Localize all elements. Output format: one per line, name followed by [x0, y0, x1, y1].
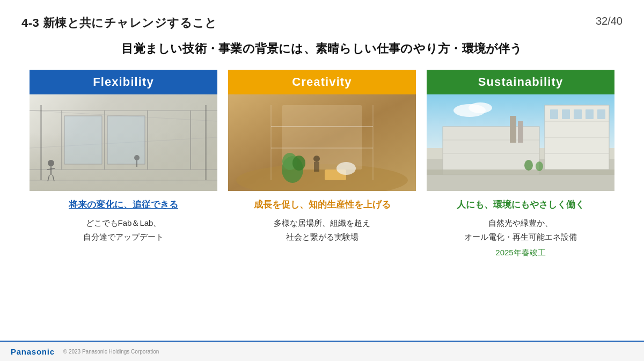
svg-point-26: [336, 162, 356, 175]
card-label-creativity: Creativity: [228, 70, 416, 94]
svg-point-27: [313, 156, 320, 162]
svg-rect-46: [597, 109, 605, 119]
card-image-creativity: [228, 94, 416, 191]
main-heading: 目覚ましい技術・事業の背景には、素晴らしい仕事のやり方・環境が伴う: [21, 41, 623, 57]
svg-rect-44: [574, 109, 582, 119]
creativity-text: 成長を促し、知的生産性を上げる 多様な居場所、組織を超え社会と繋がる実験場: [228, 191, 416, 244]
svg-point-11: [48, 160, 54, 166]
sustainability-desc: 自然光や緑豊か、オール電化・再生可能エネ設備: [431, 216, 610, 244]
sustainability-note: 2025年春竣工: [431, 248, 610, 258]
svg-line-7: [30, 110, 217, 121]
svg-line-8: [30, 137, 217, 148]
flexibility-desc: どこでもFab＆Lab、自分達でアップデート: [34, 216, 213, 244]
svg-rect-53: [510, 116, 516, 143]
column-sustainability: Sustainability: [427, 70, 614, 258]
column-creativity: Creativity: [228, 70, 416, 258]
svg-rect-42: [550, 109, 558, 119]
svg-rect-54: [518, 121, 523, 143]
svg-rect-50: [427, 170, 614, 175]
column-flexibility: Flexibility: [30, 70, 217, 258]
flexibility-heading: 将来の変化に、追従できる: [34, 198, 213, 211]
creativity-heading: 成長を促し、知的生産性を上げる: [232, 198, 412, 211]
flexibility-sketch-svg: [30, 94, 217, 191]
flexibility-text: 将来の変化に、追従できる どこでもFab＆Lab、自分達でアップデート: [30, 191, 217, 244]
columns-container: Flexibility: [21, 70, 623, 258]
svg-line-13: [47, 168, 55, 170]
sustainability-svg: [427, 94, 614, 191]
slide-footer: Panasonic © 2023 Panasonic Holdings Corp…: [0, 341, 644, 361]
sustainability-text: 人にも、環境にもやさしく働く 自然光や緑豊か、オール電化・再生可能エネ設備 20…: [427, 191, 614, 258]
svg-rect-28: [314, 162, 319, 172]
creativity-svg: [228, 94, 416, 191]
svg-point-16: [134, 155, 140, 160]
slide-number: 32/40: [596, 15, 623, 27]
svg-point-52: [536, 161, 543, 171]
svg-rect-43: [562, 109, 570, 119]
card-image-flexibility: [30, 94, 217, 191]
slide-container: 4-3 新棟と共にチャレンジすること 32/40 目覚ましい技術・事業の背景には…: [0, 0, 644, 361]
footer-logo: Panasonic: [11, 347, 55, 356]
svg-rect-10: [107, 116, 145, 164]
card-label-flexibility: Flexibility: [30, 70, 217, 94]
creativity-desc: 多様な居場所、組織を超え社会と繋がる実験場: [232, 216, 412, 244]
slide-title: 4-3 新棟と共にチャレンジすること: [21, 15, 217, 31]
card-label-sustainability: Sustainability: [427, 70, 614, 94]
footer-copyright: © 2023 Panasonic Holdings Corporation: [63, 349, 159, 355]
svg-point-24: [292, 156, 305, 171]
slide-header: 4-3 新棟と共にチャレンジすること 32/40: [21, 15, 623, 31]
svg-rect-9: [64, 116, 102, 164]
svg-point-35: [469, 102, 492, 113]
svg-point-51: [524, 160, 533, 171]
sustainability-heading: 人にも、環境にもやさしく働く: [431, 198, 610, 211]
svg-rect-45: [586, 109, 594, 119]
card-image-sustainability: [427, 94, 614, 191]
